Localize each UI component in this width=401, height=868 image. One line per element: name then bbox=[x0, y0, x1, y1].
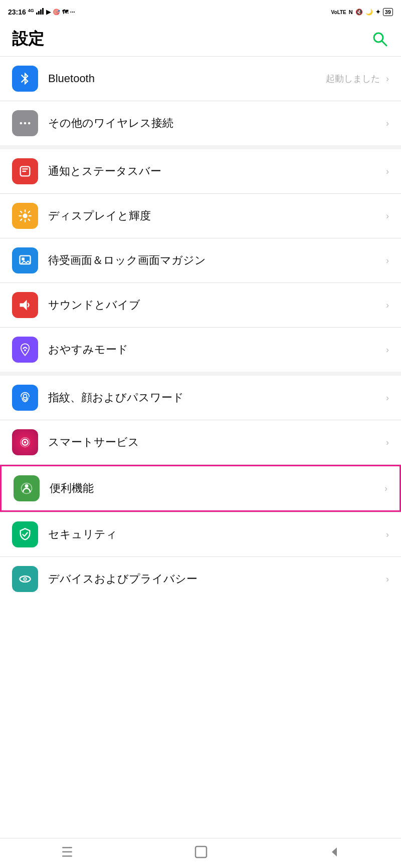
wallpaper-chevron: › bbox=[386, 255, 389, 266]
display-chevron: › bbox=[386, 211, 389, 221]
fingerprint-icon bbox=[12, 385, 38, 411]
donotdisturb-icon bbox=[12, 337, 38, 363]
app-icon-3: 🗺 bbox=[62, 9, 68, 16]
bottom-spacer bbox=[0, 601, 401, 641]
bluetooth-icon bbox=[12, 66, 38, 92]
fingerprint-chevron: › bbox=[386, 393, 389, 403]
convenience-icon bbox=[14, 475, 40, 501]
svg-point-25 bbox=[24, 394, 27, 398]
bluetooth-label: Bluetooth bbox=[48, 72, 326, 85]
display-label: ディスプレイと輝度 bbox=[48, 208, 384, 223]
sound-chevron: › bbox=[386, 300, 389, 311]
svg-rect-10 bbox=[22, 168, 28, 169]
mute-icon: 🔇 bbox=[355, 9, 363, 16]
security-label: セキュリティ bbox=[48, 527, 384, 542]
section-divider-2 bbox=[0, 372, 401, 376]
svg-rect-3 bbox=[42, 8, 44, 15]
wallpaper-label: 待受画面＆ロック画面マガジン bbox=[48, 253, 384, 268]
settings-item-donotdisturb[interactable]: おやすみモード › bbox=[0, 328, 401, 372]
svg-rect-0 bbox=[36, 13, 38, 15]
settings-item-wallpaper[interactable]: 待受画面＆ロック画面マガジン › bbox=[0, 238, 401, 282]
page-title: 設定 bbox=[12, 28, 44, 50]
sound-label: サウンドとバイブ bbox=[48, 298, 384, 313]
convenience-chevron: › bbox=[384, 483, 387, 494]
app-icon-2: 🎯 bbox=[53, 9, 60, 16]
settings-item-security[interactable]: セキュリティ › bbox=[0, 512, 401, 556]
status-more-icon: ··· bbox=[70, 9, 75, 16]
moon-icon: 🌙 bbox=[365, 9, 373, 16]
sound-icon bbox=[12, 292, 38, 318]
settings-item-notifications[interactable]: 通知とステータスバー › bbox=[0, 149, 401, 193]
bluetooth-status-icon: ✦ bbox=[375, 9, 380, 16]
section-divider-1 bbox=[0, 145, 401, 149]
status-bar: 23:16 4G ▶ 🎯 🗺 ··· VoLTE N 🔇 🌙 ✦ 39 bbox=[0, 0, 401, 22]
back-button[interactable] bbox=[318, 841, 351, 865]
signal-bars-icon bbox=[36, 8, 44, 16]
svg-rect-11 bbox=[22, 171, 26, 172]
svg-point-33 bbox=[24, 578, 26, 580]
wireless-chevron: › bbox=[386, 118, 389, 129]
svg-point-12 bbox=[23, 213, 27, 218]
smartservice-icon bbox=[12, 429, 38, 455]
home-button[interactable] bbox=[184, 841, 218, 865]
settings-item-wireless[interactable]: その他のワイヤレス接続 › bbox=[0, 101, 401, 145]
nfc-icon: N bbox=[349, 9, 353, 15]
svg-rect-21 bbox=[20, 256, 31, 264]
menu-button[interactable] bbox=[50, 843, 84, 864]
display-icon bbox=[12, 203, 38, 229]
svg-rect-1 bbox=[38, 11, 40, 15]
status-left: 23:16 4G ▶ 🎯 🗺 ··· bbox=[8, 8, 75, 16]
svg-marker-23 bbox=[20, 300, 27, 311]
security-chevron: › bbox=[386, 529, 389, 540]
svg-line-19 bbox=[21, 219, 22, 220]
settings-item-sound[interactable]: サウンドとバイブ › bbox=[0, 283, 401, 327]
wireless-icon bbox=[12, 110, 38, 136]
settings-item-privacy[interactable]: デバイスおよびプライバシー › bbox=[0, 557, 401, 601]
fingerprint-label: 指紋、顔およびパスワード bbox=[48, 390, 384, 405]
status-time: 23:16 bbox=[8, 8, 26, 16]
section-security: 指紋、顔およびパスワード › スマートサービス › 便利機能 › bbox=[0, 376, 401, 601]
settings-item-display[interactable]: ディスプレイと輝度 › bbox=[0, 194, 401, 238]
settings-item-convenience[interactable]: 便利機能 › bbox=[0, 465, 401, 512]
settings-item-fingerprint[interactable]: 指紋、顔およびパスワード › bbox=[0, 376, 401, 420]
notifications-chevron: › bbox=[386, 166, 389, 177]
svg-point-28 bbox=[24, 441, 27, 444]
settings-item-bluetooth[interactable]: Bluetooth 起動しました › bbox=[0, 57, 401, 101]
wireless-label: その他のワイヤレス接続 bbox=[48, 116, 384, 131]
settings-item-smartservice[interactable]: スマートサービス › bbox=[0, 420, 401, 464]
svg-line-17 bbox=[21, 211, 22, 212]
signal-4g-icon: 4G bbox=[28, 8, 34, 16]
donotdisturb-label: おやすみモード bbox=[48, 342, 384, 357]
svg-rect-35 bbox=[62, 851, 72, 852]
privacy-label: デバイスおよびプライバシー bbox=[48, 571, 384, 587]
svg-point-8 bbox=[28, 122, 31, 125]
svg-rect-2 bbox=[40, 10, 42, 15]
security-icon bbox=[12, 521, 38, 547]
search-icon bbox=[371, 31, 388, 48]
bottom-nav bbox=[0, 838, 401, 868]
svg-line-20 bbox=[29, 211, 30, 212]
privacy-icon bbox=[12, 566, 38, 592]
svg-point-6 bbox=[20, 122, 23, 125]
svg-line-18 bbox=[29, 219, 30, 220]
privacy-chevron: › bbox=[386, 574, 389, 585]
wallpaper-icon bbox=[12, 247, 38, 273]
svg-rect-34 bbox=[62, 847, 72, 848]
bluetooth-chevron: › bbox=[386, 74, 389, 84]
smartservice-chevron: › bbox=[386, 437, 389, 448]
notifications-icon bbox=[12, 158, 38, 184]
svg-rect-22 bbox=[22, 257, 25, 260]
status-right: VoLTE N 🔇 🌙 ✦ 39 bbox=[331, 8, 393, 16]
svg-rect-36 bbox=[62, 855, 72, 857]
section-display: 通知とステータスバー › ディスプレイと輝度 › bbox=[0, 149, 401, 372]
search-button[interactable] bbox=[371, 30, 389, 48]
donotdisturb-chevron: › bbox=[386, 345, 389, 355]
section-connectivity: Bluetooth 起動しました › その他のワイヤレス接続 › bbox=[0, 57, 401, 145]
bluetooth-status: 起動しました bbox=[326, 73, 380, 85]
battery-icon: 39 bbox=[383, 8, 393, 16]
volte-icon: VoLTE bbox=[331, 10, 346, 15]
svg-line-5 bbox=[382, 41, 386, 46]
svg-rect-37 bbox=[195, 846, 207, 857]
notifications-label: 通知とステータスバー bbox=[48, 164, 384, 179]
app-icon-1: ▶ bbox=[46, 9, 51, 16]
